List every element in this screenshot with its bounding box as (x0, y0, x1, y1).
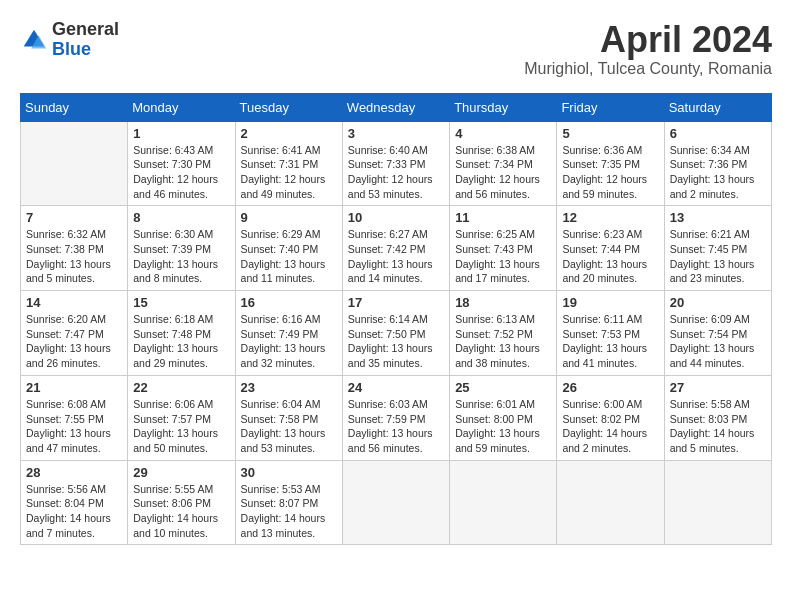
day-number: 2 (241, 126, 337, 141)
calendar-cell: 11Sunrise: 6:25 AM Sunset: 7:43 PM Dayli… (450, 206, 557, 291)
calendar-cell: 4Sunrise: 6:38 AM Sunset: 7:34 PM Daylig… (450, 121, 557, 206)
day-number: 9 (241, 210, 337, 225)
day-info: Sunrise: 6:43 AM Sunset: 7:30 PM Dayligh… (133, 143, 229, 202)
day-number: 27 (670, 380, 766, 395)
day-info: Sunrise: 6:34 AM Sunset: 7:36 PM Dayligh… (670, 143, 766, 202)
day-info: Sunrise: 5:58 AM Sunset: 8:03 PM Dayligh… (670, 397, 766, 456)
day-number: 18 (455, 295, 551, 310)
calendar-cell (342, 460, 449, 545)
day-info: Sunrise: 6:41 AM Sunset: 7:31 PM Dayligh… (241, 143, 337, 202)
day-number: 29 (133, 465, 229, 480)
day-number: 21 (26, 380, 122, 395)
day-number: 7 (26, 210, 122, 225)
day-info: Sunrise: 6:16 AM Sunset: 7:49 PM Dayligh… (241, 312, 337, 371)
day-info: Sunrise: 6:36 AM Sunset: 7:35 PM Dayligh… (562, 143, 658, 202)
calendar-cell: 15Sunrise: 6:18 AM Sunset: 7:48 PM Dayli… (128, 291, 235, 376)
calendar-cell: 10Sunrise: 6:27 AM Sunset: 7:42 PM Dayli… (342, 206, 449, 291)
calendar-cell (21, 121, 128, 206)
calendar-cell: 26Sunrise: 6:00 AM Sunset: 8:02 PM Dayli… (557, 375, 664, 460)
day-number: 17 (348, 295, 444, 310)
calendar-cell: 20Sunrise: 6:09 AM Sunset: 7:54 PM Dayli… (664, 291, 771, 376)
day-info: Sunrise: 6:13 AM Sunset: 7:52 PM Dayligh… (455, 312, 551, 371)
calendar-cell: 14Sunrise: 6:20 AM Sunset: 7:47 PM Dayli… (21, 291, 128, 376)
calendar-cell: 2Sunrise: 6:41 AM Sunset: 7:31 PM Daylig… (235, 121, 342, 206)
day-number: 5 (562, 126, 658, 141)
day-info: Sunrise: 6:06 AM Sunset: 7:57 PM Dayligh… (133, 397, 229, 456)
day-info: Sunrise: 6:30 AM Sunset: 7:39 PM Dayligh… (133, 227, 229, 286)
title-block: April 2024 Murighiol, Tulcea County, Rom… (524, 20, 772, 78)
calendar-cell: 6Sunrise: 6:34 AM Sunset: 7:36 PM Daylig… (664, 121, 771, 206)
day-number: 14 (26, 295, 122, 310)
calendar-week-row: 7Sunrise: 6:32 AM Sunset: 7:38 PM Daylig… (21, 206, 772, 291)
day-number: 16 (241, 295, 337, 310)
calendar-cell: 21Sunrise: 6:08 AM Sunset: 7:55 PM Dayli… (21, 375, 128, 460)
logo-icon (20, 26, 48, 54)
day-info: Sunrise: 6:38 AM Sunset: 7:34 PM Dayligh… (455, 143, 551, 202)
weekday-header: Monday (128, 93, 235, 121)
calendar-table: SundayMondayTuesdayWednesdayThursdayFrid… (20, 93, 772, 546)
day-info: Sunrise: 6:01 AM Sunset: 8:00 PM Dayligh… (455, 397, 551, 456)
day-number: 28 (26, 465, 122, 480)
calendar-cell: 19Sunrise: 6:11 AM Sunset: 7:53 PM Dayli… (557, 291, 664, 376)
day-info: Sunrise: 6:00 AM Sunset: 8:02 PM Dayligh… (562, 397, 658, 456)
calendar-cell: 28Sunrise: 5:56 AM Sunset: 8:04 PM Dayli… (21, 460, 128, 545)
calendar-cell (557, 460, 664, 545)
day-info: Sunrise: 6:27 AM Sunset: 7:42 PM Dayligh… (348, 227, 444, 286)
logo: General Blue (20, 20, 119, 60)
calendar-cell: 8Sunrise: 6:30 AM Sunset: 7:39 PM Daylig… (128, 206, 235, 291)
day-info: Sunrise: 6:11 AM Sunset: 7:53 PM Dayligh… (562, 312, 658, 371)
day-number: 6 (670, 126, 766, 141)
day-info: Sunrise: 6:08 AM Sunset: 7:55 PM Dayligh… (26, 397, 122, 456)
day-info: Sunrise: 6:20 AM Sunset: 7:47 PM Dayligh… (26, 312, 122, 371)
day-number: 15 (133, 295, 229, 310)
day-number: 23 (241, 380, 337, 395)
day-info: Sunrise: 5:55 AM Sunset: 8:06 PM Dayligh… (133, 482, 229, 541)
calendar-cell: 18Sunrise: 6:13 AM Sunset: 7:52 PM Dayli… (450, 291, 557, 376)
day-info: Sunrise: 6:40 AM Sunset: 7:33 PM Dayligh… (348, 143, 444, 202)
calendar-cell: 9Sunrise: 6:29 AM Sunset: 7:40 PM Daylig… (235, 206, 342, 291)
weekday-header-row: SundayMondayTuesdayWednesdayThursdayFrid… (21, 93, 772, 121)
weekday-header: Wednesday (342, 93, 449, 121)
calendar-cell: 22Sunrise: 6:06 AM Sunset: 7:57 PM Dayli… (128, 375, 235, 460)
weekday-header: Thursday (450, 93, 557, 121)
calendar-cell: 13Sunrise: 6:21 AM Sunset: 7:45 PM Dayli… (664, 206, 771, 291)
calendar-cell: 27Sunrise: 5:58 AM Sunset: 8:03 PM Dayli… (664, 375, 771, 460)
month-title: April 2024 (524, 20, 772, 60)
day-info: Sunrise: 5:56 AM Sunset: 8:04 PM Dayligh… (26, 482, 122, 541)
calendar-week-row: 28Sunrise: 5:56 AM Sunset: 8:04 PM Dayli… (21, 460, 772, 545)
logo-text: General Blue (52, 20, 119, 60)
calendar-cell: 30Sunrise: 5:53 AM Sunset: 8:07 PM Dayli… (235, 460, 342, 545)
day-number: 12 (562, 210, 658, 225)
calendar-week-row: 21Sunrise: 6:08 AM Sunset: 7:55 PM Dayli… (21, 375, 772, 460)
day-number: 8 (133, 210, 229, 225)
calendar-cell: 25Sunrise: 6:01 AM Sunset: 8:00 PM Dayli… (450, 375, 557, 460)
calendar-cell: 5Sunrise: 6:36 AM Sunset: 7:35 PM Daylig… (557, 121, 664, 206)
day-number: 10 (348, 210, 444, 225)
calendar-cell: 24Sunrise: 6:03 AM Sunset: 7:59 PM Dayli… (342, 375, 449, 460)
day-info: Sunrise: 6:29 AM Sunset: 7:40 PM Dayligh… (241, 227, 337, 286)
calendar-cell: 17Sunrise: 6:14 AM Sunset: 7:50 PM Dayli… (342, 291, 449, 376)
weekday-header: Tuesday (235, 93, 342, 121)
day-number: 4 (455, 126, 551, 141)
day-number: 3 (348, 126, 444, 141)
calendar-cell: 12Sunrise: 6:23 AM Sunset: 7:44 PM Dayli… (557, 206, 664, 291)
day-info: Sunrise: 6:03 AM Sunset: 7:59 PM Dayligh… (348, 397, 444, 456)
day-number: 20 (670, 295, 766, 310)
calendar-cell: 1Sunrise: 6:43 AM Sunset: 7:30 PM Daylig… (128, 121, 235, 206)
calendar-cell: 29Sunrise: 5:55 AM Sunset: 8:06 PM Dayli… (128, 460, 235, 545)
day-number: 24 (348, 380, 444, 395)
calendar-cell: 16Sunrise: 6:16 AM Sunset: 7:49 PM Dayli… (235, 291, 342, 376)
day-number: 22 (133, 380, 229, 395)
day-number: 19 (562, 295, 658, 310)
calendar-cell: 7Sunrise: 6:32 AM Sunset: 7:38 PM Daylig… (21, 206, 128, 291)
day-number: 25 (455, 380, 551, 395)
location-title: Murighiol, Tulcea County, Romania (524, 60, 772, 78)
day-number: 13 (670, 210, 766, 225)
weekday-header: Sunday (21, 93, 128, 121)
day-info: Sunrise: 6:18 AM Sunset: 7:48 PM Dayligh… (133, 312, 229, 371)
day-info: Sunrise: 5:53 AM Sunset: 8:07 PM Dayligh… (241, 482, 337, 541)
calendar-cell: 3Sunrise: 6:40 AM Sunset: 7:33 PM Daylig… (342, 121, 449, 206)
calendar-cell (450, 460, 557, 545)
day-number: 11 (455, 210, 551, 225)
weekday-header: Saturday (664, 93, 771, 121)
